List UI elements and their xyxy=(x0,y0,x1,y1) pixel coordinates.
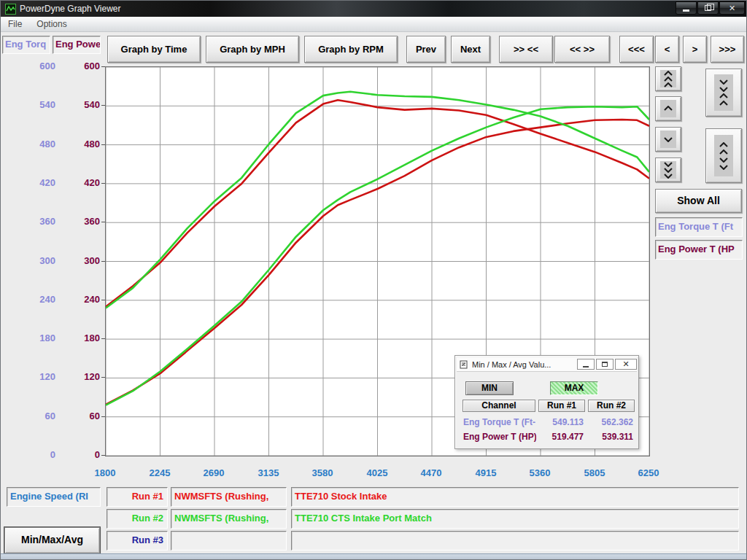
minmax-row-channel: Eng Power T (HP) xyxy=(463,432,536,442)
torque-tick-label: 300 xyxy=(4,255,55,266)
run1-description-box[interactable]: TTE710 Stock Intake xyxy=(291,487,739,507)
minmax-row-run2-value: 539.311 xyxy=(588,432,633,442)
dialog-close-button[interactable]: ✕ xyxy=(615,359,637,370)
torque-tick-label: 240 xyxy=(4,294,55,305)
power-channel-box[interactable]: Eng Powe xyxy=(53,36,101,54)
graph-by-mph-button[interactable]: Graph by MPH xyxy=(206,36,299,63)
run2-label-box[interactable]: Run #2 xyxy=(107,509,168,529)
torque-channel-box[interactable]: Eng Torq xyxy=(2,36,50,54)
minimize-icon xyxy=(683,9,689,12)
torque-tick-label: 600 xyxy=(4,61,55,71)
rpm-tick-label: 4470 xyxy=(409,467,453,478)
zoom-in-x-button[interactable]: >> << xyxy=(499,36,553,63)
scroll-up-fast-button[interactable] xyxy=(655,66,681,91)
rpm-tick-label: 5360 xyxy=(518,467,562,478)
legend-power-channel[interactable]: Eng Power T (HP xyxy=(655,240,743,260)
power-tick-label: 480 xyxy=(49,139,100,149)
max-mode-button[interactable]: MAX xyxy=(550,381,598,395)
run1-label-box[interactable]: Run #1 xyxy=(107,487,168,507)
powerdyne-window: { "window": { "title": "PowerDyne Graph … xyxy=(0,0,747,560)
run2-description-box[interactable]: TTE710 CTS Intake Port Match xyxy=(291,509,739,529)
scroll-far-left-button[interactable]: <<< xyxy=(619,36,654,63)
next-button[interactable]: Next xyxy=(451,36,490,63)
power-tick-label: 600 xyxy=(49,61,100,71)
scroll-down-fast-button[interactable] xyxy=(655,158,681,182)
power-tick-label: 240 xyxy=(49,294,100,305)
prev-button[interactable]: Prev xyxy=(406,36,446,63)
y-axis-tick xyxy=(101,66,105,67)
scale-expand-button[interactable] xyxy=(705,128,742,183)
column-header-channel[interactable]: Channel xyxy=(462,400,535,412)
power-tick-label: 360 xyxy=(49,216,100,227)
close-icon: ✕ xyxy=(729,4,735,13)
scroll-far-right-button[interactable]: >>> xyxy=(711,36,744,63)
graph-by-rpm-button[interactable]: Graph by RPM xyxy=(304,36,398,63)
menu-bar: File Options xyxy=(1,17,747,32)
legend-torque-channel[interactable]: Eng Torque T (Ft xyxy=(655,217,743,237)
show-all-button[interactable]: Show All xyxy=(655,189,742,213)
column-header-run2[interactable]: Run #2 xyxy=(588,400,635,412)
restore-icon xyxy=(705,5,711,11)
zoom-out-x-button[interactable]: << >> xyxy=(554,36,610,63)
minimize-button[interactable] xyxy=(676,1,697,15)
rpm-tick-label: 4915 xyxy=(464,467,508,478)
power-tick-label: 540 xyxy=(49,99,100,110)
dialog-maximize-button[interactable] xyxy=(596,359,614,370)
torque-tick-label: 120 xyxy=(4,371,55,382)
torque-tick-label: 540 xyxy=(4,99,55,110)
run3-file-box[interactable] xyxy=(171,531,287,551)
app-icon xyxy=(5,4,16,15)
graph-by-time-button[interactable]: Graph by Time xyxy=(107,36,201,63)
run2-file-box[interactable]: NWMSFTS (Rushing, xyxy=(171,509,287,529)
power-tick-label: 420 xyxy=(49,177,100,188)
torque-tick-label: 360 xyxy=(4,216,55,227)
run3-label-box[interactable]: Run #3 xyxy=(107,531,168,551)
x-channel-box[interactable]: Engine Speed (RI xyxy=(7,487,101,507)
minmaxavg-button[interactable]: Min/Max/Avg xyxy=(4,527,100,553)
dialog-minimize-button[interactable] xyxy=(577,359,595,370)
minmax-dialog-titlebar[interactable]: Min / Max / Avg Valu... ✕ xyxy=(457,357,637,372)
power-tick-label: 180 xyxy=(49,332,100,343)
torque-tick-label: 60 xyxy=(4,411,55,421)
power-tick-label: 300 xyxy=(49,255,100,266)
restore-button[interactable] xyxy=(697,1,719,15)
rpm-tick-label: 4025 xyxy=(355,467,399,478)
min-mode-button[interactable]: MIN xyxy=(465,381,514,395)
chevron-down-icon xyxy=(660,131,676,148)
torque-tick-label: 480 xyxy=(4,139,55,149)
torque-tick-label: 420 xyxy=(4,177,55,188)
scroll-down-button[interactable] xyxy=(655,127,681,152)
dialog-close-icon: ✕ xyxy=(622,359,629,369)
menu-options[interactable]: Options xyxy=(29,18,74,31)
column-header-run1[interactable]: Run #1 xyxy=(538,400,585,412)
y-axis-tick xyxy=(101,300,105,300)
y-axis-tick xyxy=(101,183,105,184)
run3-description-box[interactable] xyxy=(291,531,739,551)
scroll-right-button[interactable]: > xyxy=(683,36,707,63)
dialog-maximize-icon xyxy=(602,362,608,367)
minmax-row-run1-value: 549.113 xyxy=(538,417,584,427)
dialog-icon xyxy=(460,360,469,369)
chevron-up-icon xyxy=(660,100,676,117)
y-axis-tick xyxy=(101,261,105,262)
y-axis-tick xyxy=(101,105,105,106)
run1-file-box[interactable]: NWMSFTS (Rushing, xyxy=(171,487,287,507)
minmax-row-run1-value: 519.477 xyxy=(538,432,584,442)
scale-contract-button[interactable] xyxy=(705,69,742,117)
close-button[interactable]: ✕ xyxy=(719,1,745,15)
rpm-tick-label: 6250 xyxy=(627,467,670,478)
scroll-left-button[interactable]: < xyxy=(655,36,679,63)
y-axis-tick xyxy=(101,144,105,145)
scroll-up-button[interactable] xyxy=(655,96,681,121)
minmax-dialog: Min / Max / Avg Valu... ✕ MIN MAX Channe… xyxy=(454,355,639,449)
torque-tick-label: 180 xyxy=(4,332,55,343)
menu-file[interactable]: File xyxy=(1,18,29,31)
chevron-triple-down-icon xyxy=(660,161,676,179)
power-tick-label: 120 xyxy=(49,371,100,382)
chevrons-outward-icon xyxy=(714,135,733,176)
y-axis-tick xyxy=(101,222,105,222)
rpm-tick-label: 3580 xyxy=(301,467,344,478)
torque-tick-label: 0 xyxy=(4,449,55,460)
power-tick-label: 0 xyxy=(49,449,100,460)
window-title: PowerDyne Graph Viewer xyxy=(20,4,121,14)
